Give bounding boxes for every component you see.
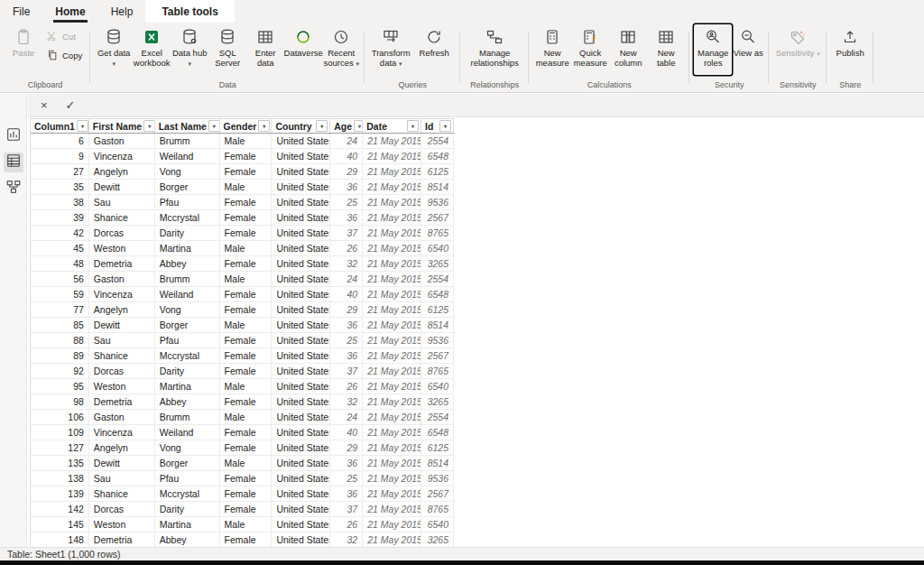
sensitivity-button[interactable]: Sensitivity ▾ xyxy=(773,24,822,75)
table-cell[interactable]: Female xyxy=(220,195,273,209)
table-row[interactable]: 135DewittBorgerMaleUnited States3621 May… xyxy=(31,456,454,471)
table-row[interactable]: 9VincenzaWeilandFemaleUnited States4021 … xyxy=(31,149,454,164)
table-cell[interactable]: 142 xyxy=(31,502,89,516)
table-cell[interactable]: Male xyxy=(220,456,273,470)
transform-data-button[interactable]: Transform data ▾ xyxy=(369,24,412,75)
manage-roles-button[interactable]: Manage roles xyxy=(694,24,732,75)
table-cell[interactable]: 21 May 2015 xyxy=(363,486,421,501)
table-cell[interactable]: 21 May 2015 xyxy=(363,471,421,486)
table-cell[interactable]: 21 May 2015 xyxy=(363,410,421,424)
table-cell[interactable]: Mccrystal xyxy=(155,348,220,363)
table-cell[interactable]: United States xyxy=(272,486,330,501)
table-cell[interactable]: United States xyxy=(272,517,330,532)
table-cell[interactable]: 6125 xyxy=(421,440,454,455)
publish-button[interactable]: Publish xyxy=(831,24,869,75)
table-cell[interactable]: 21 May 2015 xyxy=(363,149,421,163)
column-header-first-name[interactable]: First Name▾ xyxy=(89,119,155,133)
table-cell[interactable]: Vong xyxy=(155,302,220,317)
table-cell[interactable]: Dorcas xyxy=(89,226,155,240)
table-cell[interactable]: 92 xyxy=(31,364,89,378)
table-cell[interactable]: 29 xyxy=(330,440,363,455)
tab-table-tools[interactable]: Table tools xyxy=(145,0,234,23)
table-cell[interactable]: 26 xyxy=(330,241,363,255)
table-row[interactable]: 48DemetriaAbbeyFemaleUnited States3221 M… xyxy=(31,256,454,272)
table-cell[interactable]: United States xyxy=(272,333,330,347)
table-cell[interactable]: 39 xyxy=(31,210,89,225)
table-row[interactable]: 139ShaniceMccrystalFemaleUnited States36… xyxy=(31,486,454,502)
table-cell[interactable]: 9536 xyxy=(421,471,454,486)
table-row[interactable]: 38SauPfauFemaleUnited States2521 May 201… xyxy=(31,195,454,210)
table-cell[interactable]: Mccrystal xyxy=(155,486,220,501)
table-cell[interactable]: Male xyxy=(220,318,273,332)
cut-button[interactable]: Cut xyxy=(42,28,86,44)
table-cell[interactable]: Darity xyxy=(155,502,220,516)
table-cell[interactable]: United States xyxy=(272,533,330,547)
table-cell[interactable]: Gaston xyxy=(89,272,155,286)
table-cell[interactable]: 24 xyxy=(330,272,363,286)
table-cell[interactable]: Female xyxy=(220,364,273,378)
table-cell[interactable]: Female xyxy=(220,394,273,409)
table-cell[interactable]: Female xyxy=(220,471,273,486)
table-cell[interactable]: 3265 xyxy=(421,256,454,271)
filter-dropdown-icon[interactable]: ▾ xyxy=(77,120,88,132)
table-cell[interactable]: 135 xyxy=(31,456,89,470)
table-cell[interactable]: 32 xyxy=(330,533,363,547)
copy-button[interactable]: Copy xyxy=(42,47,86,63)
table-cell[interactable]: Weiland xyxy=(155,149,220,163)
filter-dropdown-icon[interactable]: ▾ xyxy=(316,120,328,132)
new-measure-button[interactable]: New measure xyxy=(533,24,571,75)
table-cell[interactable]: United States xyxy=(272,318,330,332)
table-cell[interactable]: United States xyxy=(272,149,330,163)
table-cell[interactable]: 40 xyxy=(330,425,363,440)
table-cell[interactable]: 9 xyxy=(31,149,89,163)
table-cell[interactable]: 145 xyxy=(31,517,89,532)
table-cell[interactable]: 21 May 2015 xyxy=(363,226,421,240)
table-cell[interactable]: Female xyxy=(220,149,273,163)
table-cell[interactable]: 38 xyxy=(31,195,89,209)
table-row[interactable]: 45WestonMartinaMaleUnited States2621 May… xyxy=(31,241,454,256)
table-cell[interactable]: Dewitt xyxy=(89,318,155,332)
table-cell[interactable]: Vong xyxy=(155,164,220,179)
table-cell[interactable]: Darity xyxy=(155,364,220,378)
table-cell[interactable]: 89 xyxy=(31,348,89,363)
table-cell[interactable]: 21 May 2015 xyxy=(363,379,421,394)
table-cell[interactable]: United States xyxy=(272,425,330,440)
data-hub-button[interactable]: Data hub ▾ xyxy=(171,24,208,75)
table-cell[interactable]: 8514 xyxy=(421,180,454,194)
refresh-button[interactable]: Refresh xyxy=(412,24,456,75)
table-cell[interactable]: Angelyn xyxy=(89,164,155,179)
table-cell[interactable]: Female xyxy=(220,256,273,271)
table-cell[interactable]: 36 xyxy=(330,318,363,332)
table-cell[interactable]: Female xyxy=(220,333,273,347)
table-row[interactable]: 138SauPfauFemaleUnited States2521 May 20… xyxy=(31,471,454,486)
table-cell[interactable]: 36 xyxy=(330,456,363,470)
table-cell[interactable]: 24 xyxy=(330,134,363,148)
table-cell[interactable]: Sau xyxy=(89,195,155,209)
column-header-date[interactable]: Date▾ xyxy=(363,119,421,133)
table-cell[interactable]: 36 xyxy=(330,180,363,194)
table-cell[interactable]: 6540 xyxy=(421,241,454,255)
table-cell[interactable]: 6540 xyxy=(421,517,454,532)
table-cell[interactable]: United States xyxy=(272,180,330,194)
filter-dropdown-icon[interactable]: ▾ xyxy=(439,120,451,132)
table-cell[interactable]: United States xyxy=(272,256,330,271)
table-cell[interactable]: 37 xyxy=(330,364,363,378)
table-cell[interactable]: 21 May 2015 xyxy=(363,210,421,225)
table-cell[interactable]: Male xyxy=(220,410,273,424)
table-cell[interactable]: 2554 xyxy=(421,134,454,148)
table-cell[interactable]: Demetria xyxy=(89,394,155,409)
recent-sources-button[interactable]: Recent sources ▾ xyxy=(322,24,360,75)
table-cell[interactable]: 21 May 2015 xyxy=(363,440,421,455)
table-cell[interactable]: 21 May 2015 xyxy=(363,241,421,255)
table-cell[interactable]: Martina xyxy=(155,517,220,532)
table-cell[interactable]: Weston xyxy=(89,517,155,532)
table-row[interactable]: 109VincenzaWeilandFemaleUnited States402… xyxy=(31,425,454,440)
table-cell[interactable]: 2554 xyxy=(421,272,454,286)
table-cell[interactable]: Dewitt xyxy=(89,456,155,470)
table-cell[interactable]: 77 xyxy=(31,302,89,317)
table-cell[interactable]: 21 May 2015 xyxy=(363,195,421,209)
table-cell[interactable]: 42 xyxy=(31,226,89,240)
table-cell[interactable]: Female xyxy=(220,502,273,516)
table-cell[interactable]: 2567 xyxy=(421,210,454,225)
table-cell[interactable]: United States xyxy=(272,502,330,516)
